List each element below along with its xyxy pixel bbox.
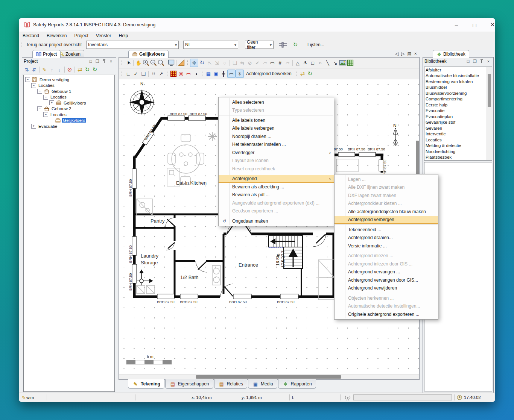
menu-item[interactable]: Versie informatie ... — [335, 242, 438, 250]
float-panel-icon[interactable]: ❐ — [471, 59, 478, 64]
menu-item[interactable]: Alle achtergrondobjecten blauw maken — [335, 208, 438, 216]
tab-project[interactable]: Project — [32, 50, 61, 58]
compass-dial-icon[interactable]: ◑ — [192, 70, 200, 77]
menu-item[interactable]: Alle labels verbergen — [219, 124, 334, 133]
minimize-button[interactable]: – — [448, 18, 465, 32]
crop-zone-icon[interactable]: ▭ — [185, 70, 192, 77]
copy-icon[interactable]: ❏ — [231, 59, 239, 67]
move-down-icon[interactable]: ↓ — [56, 66, 63, 73]
maximize-button[interactable]: □ — [466, 18, 483, 32]
list-item[interactable]: Interventie — [424, 131, 492, 137]
expander[interactable]: + — [31, 124, 36, 129]
select-rect-icon[interactable]: ▭ — [269, 59, 276, 67]
list-item[interactable]: Automatische blusinstallatie — [424, 73, 492, 79]
replace-icon[interactable]: ⇆ — [239, 59, 246, 67]
menu-venster[interactable]: Venster — [92, 32, 115, 39]
tree-node-locaties[interactable]: − Locaties — [24, 94, 114, 100]
rotate-tool-icon[interactable]: ↻ — [198, 59, 206, 67]
list-item[interactable]: Noodverlichting — [424, 149, 492, 155]
swap-icon[interactable]: ⇄ — [76, 66, 84, 73]
tree-node-gebouw2[interactable]: − Gebouw 2 — [24, 106, 114, 112]
block-icon[interactable]: ⊘ — [66, 66, 73, 73]
fit-screen-icon[interactable] — [167, 59, 175, 67]
list-item[interactable]: Gevaarlijke stof — [424, 120, 492, 126]
image-tool-icon[interactable] — [339, 59, 347, 67]
north-star-icon[interactable]: ✳ — [236, 70, 244, 78]
language-select[interactable]: NL ▾ — [183, 41, 238, 49]
edit-tag-icon[interactable]: ✎ — [41, 66, 48, 73]
pan-tool-icon[interactable]: ✋ — [135, 59, 142, 67]
menu-item-undo[interactable]: ↺Ongedaan maken — [219, 217, 334, 225]
confirm-icon[interactable]: ✔ — [254, 59, 261, 67]
list-item[interactable]: Compartimentering — [424, 96, 492, 102]
tab-relaties[interactable]: ▦ Relaties — [214, 379, 247, 389]
move-up-icon[interactable]: ↑ — [48, 66, 56, 73]
menu-item[interactable]: Bewaren als afbeelding ... — [219, 183, 334, 191]
tab-rapporten[interactable]: ❖ Rapporten — [278, 379, 316, 389]
expander[interactable]: + — [49, 100, 54, 105]
close-panel-icon[interactable]: × — [108, 59, 114, 64]
tab-media[interactable]: ▣ Media — [248, 379, 277, 389]
grid-points-icon[interactable]: ⠿ — [150, 70, 157, 77]
refresh-icon[interactable]: ↻ — [91, 66, 99, 73]
expander[interactable]: − — [43, 95, 48, 100]
tab-gelijkvloers[interactable]: Gelijkvloers — [128, 50, 169, 58]
tree-node-gebouw1[interactable]: − Gebouw 1 — [24, 88, 114, 94]
menu-bestand[interactable]: Bestand — [19, 32, 43, 39]
refresh-add-icon[interactable]: ↻ — [84, 66, 91, 73]
snap-object-icon[interactable]: ❏ — [140, 70, 147, 77]
list-item[interactable]: Bluswatervoorziening — [424, 90, 492, 96]
expander[interactable]: − — [43, 112, 48, 117]
move-tool-icon[interactable]: ✥ — [190, 59, 198, 67]
menu-item[interactable]: Achtergrond vervangen door GIS... — [335, 276, 438, 284]
tree-node-root[interactable]: − Demo vestiging — [24, 77, 114, 83]
menu-item[interactable]: Het tekenraster instellen ... — [219, 141, 334, 149]
reload-icon[interactable]: ↻ — [292, 41, 299, 49]
menu-item[interactable]: Noordpijl draaien ... — [219, 132, 334, 141]
lasso-icon[interactable]: ◌ — [221, 59, 228, 67]
snap-grid-icon[interactable]: ✓ — [132, 70, 140, 77]
pin-icon[interactable] — [478, 59, 485, 64]
sort-tree-icon[interactable]: ⇅ — [23, 66, 30, 73]
ellipse-tool-icon[interactable]: ○ — [316, 59, 324, 67]
menu-item[interactable]: Achtergrond verwijderen — [335, 284, 438, 293]
fit-box-icon[interactable]: ▣ — [212, 70, 220, 77]
rect-tool-icon[interactable]: □ — [309, 59, 316, 67]
tree-node-locaties[interactable]: − Locaties — [24, 83, 114, 89]
inventory-select[interactable]: Inventaris ▾ — [86, 41, 179, 49]
menu-item-achtergrond-verbergen[interactable]: Achtergrond verbergen — [335, 216, 438, 224]
setsquare-icon[interactable] — [178, 59, 185, 67]
list-item[interactable]: Gevaren — [424, 125, 492, 131]
library-scrollbar-thumb[interactable] — [488, 74, 491, 107]
close-tab-icon[interactable]: × — [414, 51, 417, 56]
axis-icon[interactable]: ╋ — [220, 70, 227, 77]
tree-node-locaties[interactable]: − Locaties — [24, 112, 114, 118]
zoom-out-icon[interactable] — [150, 59, 157, 67]
expander[interactable]: − — [25, 77, 30, 82]
tree-node-gelijkvloers1[interactable]: + Gelijkvloers — [24, 100, 114, 106]
next-tab-icon[interactable]: ▷ — [401, 51, 405, 56]
tab-tekening[interactable]: ✎ Tekening — [128, 379, 164, 389]
grid-tool-icon[interactable] — [347, 59, 354, 67]
list-item[interactable]: Evacuatie — [424, 108, 492, 114]
transform-icon[interactable]: ▱ — [284, 59, 291, 67]
menu-item[interactable]: Alles selecteren — [219, 98, 334, 106]
list-item[interactable]: Afsluiter — [424, 67, 492, 73]
menu-project[interactable]: Project — [70, 32, 92, 39]
list-item[interactable]: Evacuatieplan — [424, 114, 492, 120]
menu-bewerken[interactable]: Bewerken — [43, 32, 70, 39]
maximize-panel-icon[interactable]: □ — [465, 59, 471, 64]
close-button[interactable]: × — [484, 18, 501, 32]
expander[interactable]: − — [31, 83, 36, 88]
arrow-tool-icon[interactable]: ↘ — [332, 59, 339, 67]
list-item[interactable]: Blusmiddel — [424, 85, 492, 91]
polygon-tool-icon[interactable]: △ — [294, 59, 301, 67]
sort-alpha-icon[interactable]: ⇵ — [30, 66, 38, 73]
vertical-scrollbar-thumb[interactable] — [416, 141, 419, 176]
filter-icon[interactable] — [279, 42, 287, 48]
refresh-icon[interactable]: ↻ — [306, 70, 314, 77]
menu-item[interactable]: Achtergrond draaien... — [335, 234, 438, 242]
select-tool-icon[interactable]: ➤ — [123, 58, 134, 68]
menu-help[interactable]: Help — [115, 32, 132, 39]
tab-bibliotheek[interactable]: ❖ Bibliotheek — [433, 50, 469, 58]
